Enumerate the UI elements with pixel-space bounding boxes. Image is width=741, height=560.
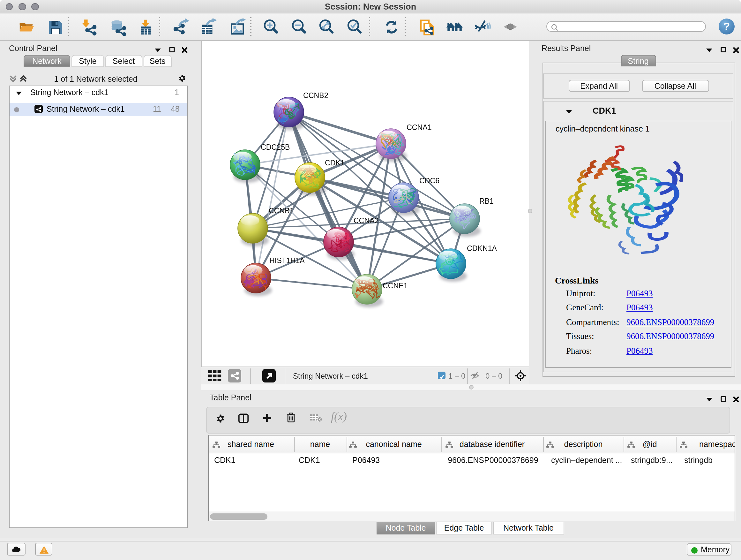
svg-text:CCNB1: CCNB1	[268, 206, 293, 215]
svg-text:CDK1: CDK1	[325, 159, 344, 167]
svg-text:CCNA2: CCNA2	[353, 216, 379, 225]
svg-text:CCNB2: CCNB2	[303, 91, 328, 100]
svg-text:RB1: RB1	[479, 197, 493, 205]
svg-text:HIST1H1A: HIST1H1A	[269, 256, 305, 265]
svg-text:CDKN1A: CDKN1A	[467, 244, 497, 253]
svg-text:CDC25B: CDC25B	[260, 143, 290, 151]
svg-text:CCNA1: CCNA1	[406, 123, 431, 132]
svg-text:CDC6: CDC6	[419, 177, 439, 185]
svg-text:CCNE1: CCNE1	[382, 282, 408, 290]
